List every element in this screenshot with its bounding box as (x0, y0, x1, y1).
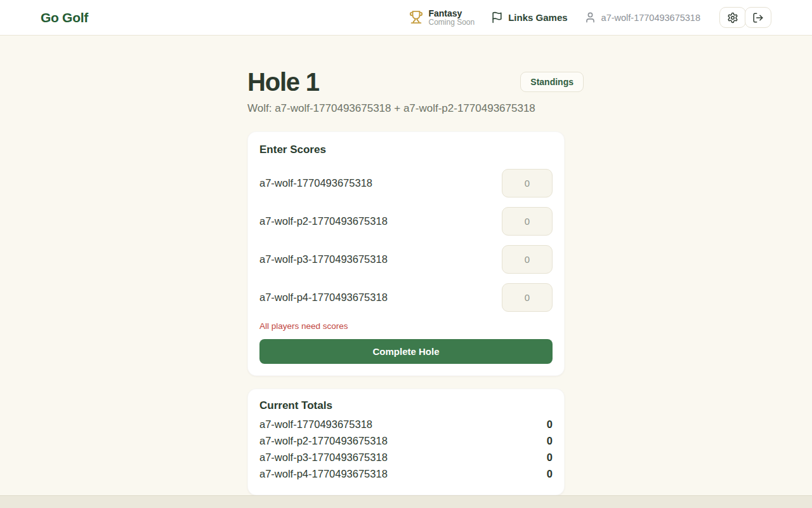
nav-item-fantasy[interactable]: Fantasy Coming Soon (409, 8, 475, 27)
total-player-name: a7-wolf-p3-1770493675318 (259, 449, 388, 465)
current-totals-heading: Current Totals (259, 399, 553, 412)
player-name: a7-wolf-p2-1770493675318 (259, 215, 388, 227)
score-row: a7-wolf-p2-1770493675318 (259, 207, 553, 236)
total-row: a7-wolf-p3-1770493675318 0 (259, 449, 553, 465)
gear-icon (727, 12, 738, 23)
score-row: a7-wolf-p4-1770493675318 (259, 283, 553, 312)
main-content: Hole 1 Standings Wolf: a7-wolf-177049367… (0, 36, 812, 495)
score-input-player2[interactable] (502, 207, 553, 236)
page-subtitle: Wolf: a7-wolf-1770493675318 + a7-wolf-p2… (247, 102, 565, 115)
score-row: a7-wolf-p3-1770493675318 (259, 245, 553, 274)
current-user: a7-wolf-1770493675318 (584, 11, 700, 23)
player-name: a7-wolf-p4-1770493675318 (259, 291, 388, 304)
app-header: Go Golf Fantasy Coming Soon (0, 0, 812, 36)
complete-hole-button[interactable]: Complete Hole (259, 339, 553, 364)
standings-button[interactable]: Standings (520, 72, 584, 92)
total-value: 0 (547, 449, 553, 465)
fantasy-text: Fantasy Coming Soon (428, 8, 475, 27)
total-value: 0 (547, 465, 553, 482)
logout-button[interactable] (745, 7, 771, 28)
validation-error-text: All players need scores (259, 321, 553, 331)
username-text: a7-wolf-1770493675318 (601, 13, 700, 23)
score-input-player4[interactable] (502, 283, 553, 312)
player-name: a7-wolf-1770493675318 (259, 177, 372, 189)
trophy-icon (409, 10, 423, 24)
logout-icon (752, 12, 764, 23)
header-nav: Fantasy Coming Soon Links Games a7-wolf-… (409, 7, 771, 28)
total-row: a7-wolf-p2-1770493675318 0 (259, 432, 553, 449)
player-name: a7-wolf-p3-1770493675318 (259, 253, 388, 265)
fantasy-sublabel: Coming Soon (428, 18, 475, 27)
footer-strip (0, 495, 812, 508)
enter-scores-heading: Enter Scores (259, 144, 553, 156)
total-player-name: a7-wolf-p4-1770493675318 (259, 465, 388, 482)
total-row: a7-wolf-1770493675318 0 (259, 416, 553, 432)
total-value: 0 (547, 432, 553, 449)
links-games-label: Links Games (508, 12, 567, 23)
page-title: Hole 1 (247, 67, 319, 97)
score-input-player1[interactable] (502, 169, 553, 197)
flag-icon (491, 11, 503, 23)
total-player-name: a7-wolf-p2-1770493675318 (259, 432, 388, 449)
user-icon (584, 11, 596, 23)
nav-item-links-games[interactable]: Links Games (491, 11, 567, 23)
fantasy-label: Fantasy (428, 8, 475, 18)
score-row: a7-wolf-1770493675318 (259, 169, 553, 197)
score-input-player3[interactable] (502, 245, 553, 274)
current-totals-card: Current Totals a7-wolf-1770493675318 0 a… (247, 389, 565, 495)
total-player-name: a7-wolf-1770493675318 (259, 416, 372, 432)
title-row: Hole 1 Standings (247, 67, 565, 97)
brand-logo[interactable]: Go Golf (41, 10, 88, 25)
settings-button[interactable] (719, 7, 746, 28)
header-button-group (719, 7, 771, 28)
enter-scores-card: Enter Scores a7-wolf-1770493675318 a7-wo… (247, 131, 565, 376)
total-value: 0 (547, 416, 553, 432)
total-row: a7-wolf-p4-1770493675318 0 (259, 465, 553, 482)
